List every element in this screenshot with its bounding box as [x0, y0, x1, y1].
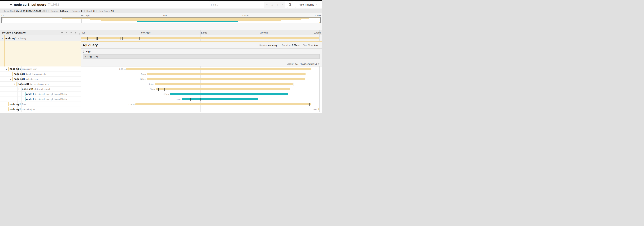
bottom-border — [0, 112, 322, 113]
span-bar[interactable] — [135, 103, 311, 105]
span-service-name: node sql1dist sender send — [22, 88, 50, 90]
back-button[interactable]: ← — [0, 1, 7, 9]
span-operation-name: sql query — [18, 37, 26, 40]
timeline-row[interactable]: 2.04ms — [81, 102, 320, 107]
timeline-row[interactable]: 1.56ms — [81, 87, 320, 92]
span-service-name: node 1/cockroach.roachpb.Internal/Batch — [26, 98, 67, 101]
expand-chevron-icon[interactable]: ∨ — [18, 88, 20, 90]
panel-resize-grip[interactable] — [79, 33, 80, 35]
log-tick-mark — [93, 37, 93, 40]
topbar-actions: ⌖ ∧ ∨ ✕ ⌘ Trace Timeline — [209, 2, 320, 8]
link-icon[interactable] — [318, 63, 320, 65]
tree-row[interactable]: ∨node sql1txn coordinator send — [0, 82, 81, 87]
span-service-name: node sql1batch flow coordinator — [14, 73, 46, 75]
span-duration-label: 1.84ms — [140, 73, 146, 75]
expand-chevron-icon[interactable]: ∨ — [10, 78, 11, 80]
tree-row[interactable]: ∨node sql1dist sender send — [0, 87, 81, 92]
span-bar[interactable] — [147, 78, 305, 80]
span-color-accent — [25, 97, 26, 101]
timeline-row[interactable]: 1.84ms — [81, 72, 320, 77]
timeline-row-sql-query[interactable] — [81, 35, 322, 41]
tree-row[interactable]: ∨node sql1consuming rows — [0, 67, 81, 72]
services-label: Services — [72, 10, 80, 12]
tree-row[interactable]: node 1/cockroach.roachpb.Internal/Batch — [0, 97, 81, 102]
span-bar[interactable] — [126, 68, 311, 70]
log-tick-mark — [87, 37, 88, 40]
duration-label: Duration — [50, 10, 59, 12]
service-operation-title: Service & Operation — [2, 31, 26, 34]
span-operation-name: dist sender send — [34, 88, 50, 90]
expand-chevron-icon[interactable]: ∨ — [2, 37, 3, 39]
span-service-name: node sql1commit sql txn — [10, 108, 35, 111]
ruler-tick-label: 0μs — [1, 15, 4, 17]
span-duration-label: 1.6ms — [149, 83, 154, 85]
tags-label: Tags: — [86, 50, 92, 53]
span-bar[interactable] — [318, 108, 320, 110]
span-service-name: node sql1consuming rows — [10, 68, 37, 70]
prev-match-icon[interactable]: ∧ — [270, 3, 275, 6]
span-color-accent — [8, 102, 9, 106]
tree-row[interactable]: node sql1batch flow coordinator — [0, 72, 81, 77]
spacer — [0, 23, 322, 30]
timeline-row[interactable]: 886μs — [81, 97, 320, 102]
services-value: 2 — [81, 10, 82, 12]
trace-title-area[interactable]: node sql1: sql query 7418682 — [10, 3, 59, 7]
log-tick-mark — [314, 37, 314, 40]
log-tick-mark — [138, 103, 138, 106]
span-bar[interactable] — [156, 88, 290, 90]
timeline-ruler: 0μs697.75μs1.4ms2.09ms2.79ms — [81, 30, 322, 35]
trace-timeline-page: ← node sql1: sql query 7418682 ⌖ ∧ ∨ ✕ ⌘ — [0, 0, 322, 113]
next-match-icon[interactable]: ∨ — [275, 3, 280, 6]
expand-chevron-icon[interactable]: ∨ — [14, 83, 16, 85]
span-service-name: node sql1flow — [10, 103, 26, 106]
span-bar[interactable] — [146, 73, 306, 75]
find-input[interactable] — [209, 2, 264, 8]
timeline-row[interactable]: 1.37ms — [81, 92, 320, 97]
span-duration-label: 1.85ms — [140, 78, 146, 80]
span-duration-label: 2.04ms — [128, 103, 134, 105]
timeline-row[interactable]: 14μs — [81, 107, 320, 112]
view-selector-button[interactable]: Trace Timeline — [295, 2, 320, 8]
clear-search-icon[interactable]: ✕ — [280, 3, 285, 6]
timeline-row[interactable]: 1.6ms — [81, 82, 320, 87]
span-bar[interactable] — [182, 98, 258, 100]
trace-minimap[interactable] — [0, 17, 322, 23]
tree-row[interactable]: node sql1flow — [0, 102, 81, 107]
timeline-row[interactable]: 1.85ms — [81, 77, 320, 82]
span-service-name: node sql1sql query — [5, 37, 26, 40]
log-tick-mark — [164, 88, 165, 91]
logs-row[interactable]: ❯ Logs (18) — [83, 54, 320, 59]
minimap-canvas[interactable] — [2, 17, 320, 23]
tree-row[interactable]: node 1/cockroach.roachpb.Internal/Batch — [0, 92, 81, 97]
keyboard-shortcuts-button[interactable]: ⌘ — [287, 2, 293, 8]
tree-row[interactable]: ∨node sql1colbatchscan — [0, 77, 81, 82]
minimap-strip — [319, 22, 320, 23]
collapse-one-icon[interactable] — [61, 32, 63, 34]
minimap-strip — [74, 22, 309, 22]
expand-chevron-icon[interactable]: ∨ — [6, 68, 7, 70]
expand-all-icon[interactable] — [74, 32, 77, 34]
ruler-tick-label: 697.75μs — [81, 15, 90, 17]
tree-row[interactable]: node sql1commit sql txn — [0, 107, 81, 112]
tags-row[interactable]: ❯ Tags: — [83, 50, 322, 53]
depth-value: 6 — [93, 10, 94, 12]
span-bar[interactable] — [81, 37, 320, 39]
collapse-all-icon[interactable] — [70, 31, 72, 34]
find-controls: ⌖ ∧ ∨ ✕ — [264, 2, 285, 8]
view-selector-label: Trace Timeline — [297, 3, 314, 6]
ruler-tick-label: 0μs — [82, 32, 85, 34]
timeline-row[interactable]: 2.14ms — [81, 67, 320, 72]
log-tick-mark — [200, 98, 201, 101]
ruler-tick-label: 2.79ms — [314, 32, 321, 34]
tree-row-sql-query[interactable]: ∨node sql1sql query — [0, 35, 81, 41]
focus-match-icon[interactable]: ⌖ — [264, 3, 270, 6]
span-bar[interactable] — [170, 93, 288, 95]
chevron-down-icon — [10, 3, 12, 6]
span-bar[interactable] — [155, 83, 293, 85]
detail-duration: Duration:2.79ms — [280, 44, 301, 47]
span-operation-name: consuming rows — [22, 68, 37, 70]
service-operation-header: Service & Operation — [0, 30, 81, 35]
expand-one-icon[interactable] — [65, 32, 68, 34]
log-tick-mark — [132, 37, 132, 40]
log-tick-mark — [190, 98, 191, 101]
